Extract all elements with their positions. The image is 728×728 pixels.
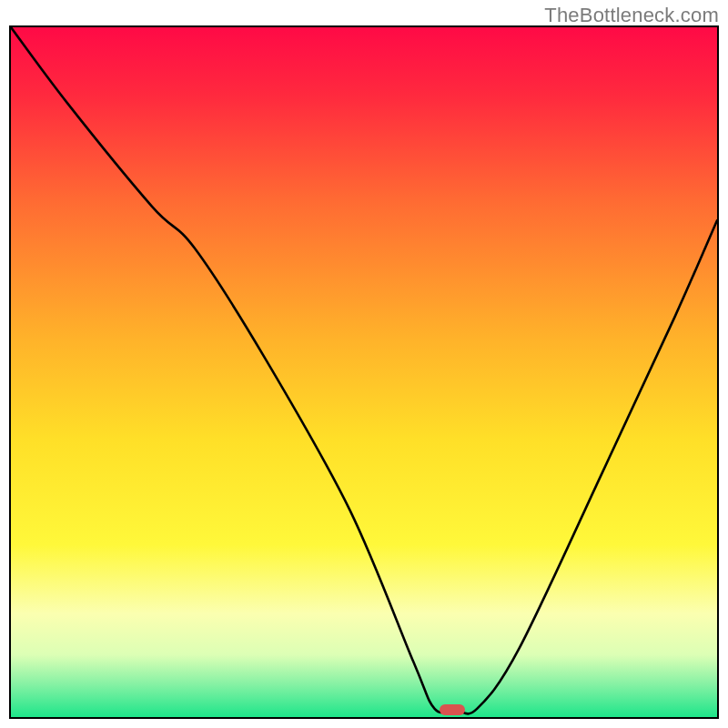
- bottleneck-plot: TheBottleneck.com: [0, 0, 728, 728]
- plot-area: [9, 25, 719, 719]
- optimal-marker: [440, 704, 465, 715]
- bottleneck-curve: [11, 27, 717, 717]
- attribution-text: TheBottleneck.com: [544, 4, 719, 27]
